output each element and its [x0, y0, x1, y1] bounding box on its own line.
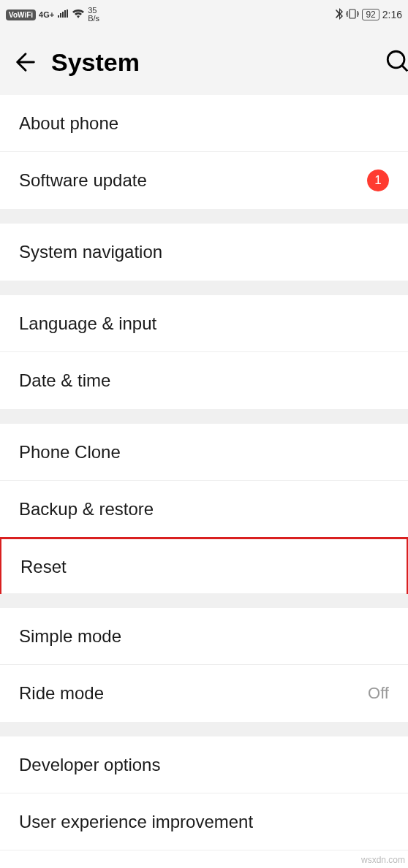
- row-label: Developer options: [19, 755, 160, 775]
- row-about-phone[interactable]: About phone: [0, 95, 408, 152]
- row-label: About phone: [19, 113, 118, 134]
- settings-group: About phoneSoftware update1: [0, 95, 408, 209]
- row-software-update[interactable]: Software update1: [0, 152, 408, 209]
- section-gap: [0, 722, 408, 736]
- arrow-left-icon: [13, 50, 38, 75]
- row-label: Ride mode: [19, 683, 104, 704]
- svg-rect-0: [350, 9, 355, 18]
- row-system-navigation[interactable]: System navigation: [0, 224, 408, 281]
- row-ride-mode[interactable]: Ride modeOff: [0, 665, 408, 722]
- settings-group: Phone CloneBackup & restoreReset: [0, 424, 408, 594]
- app-header: System: [0, 29, 408, 95]
- row-reset[interactable]: Reset: [0, 537, 408, 594]
- row-label: Backup & restore: [19, 499, 154, 519]
- row-label: User experience improvement: [19, 812, 253, 832]
- row-phone-clone[interactable]: Phone Clone: [0, 424, 408, 481]
- battery-indicator: 92: [362, 9, 379, 20]
- settings-group: Language & inputDate & time: [0, 295, 408, 409]
- vowifi-badge: VoWiFi: [6, 9, 36, 20]
- row-label: Language & input: [19, 313, 156, 334]
- settings-list: About phoneSoftware update1System naviga…: [0, 95, 408, 868]
- section-gap: [0, 593, 408, 608]
- row-date-time[interactable]: Date & time: [0, 352, 408, 409]
- settings-group: Developer optionsUser experience improve…: [0, 736, 408, 868]
- bluetooth-icon: [336, 8, 343, 22]
- row-label: Reset: [20, 557, 67, 577]
- svg-point-1: [388, 51, 404, 68]
- search-icon: [385, 48, 408, 73]
- clock: 2:16: [382, 9, 402, 20]
- row-label: Software update: [19, 170, 147, 191]
- row-certification-logos[interactable]: Certification logos: [0, 850, 408, 868]
- section-gap: [0, 281, 408, 295]
- row-simple-mode[interactable]: Simple mode: [0, 608, 408, 665]
- row-backup-restore[interactable]: Backup & restore: [0, 481, 408, 538]
- back-button[interactable]: [7, 44, 44, 80]
- row-label: Date & time: [19, 370, 110, 391]
- page-title: System: [51, 48, 140, 77]
- watermark: wsxdn.com: [361, 855, 405, 865]
- row-label: Simple mode: [19, 626, 121, 647]
- speed-unit: B/s: [88, 15, 99, 23]
- settings-group: Simple modeRide modeOff: [0, 608, 408, 722]
- status-left: VoWiFi 4G+ 35 B/s: [6, 7, 99, 23]
- search-button[interactable]: [385, 48, 408, 76]
- row-label: Phone Clone: [19, 442, 121, 462]
- vibrate-icon: [346, 9, 359, 21]
- row-label: System navigation: [19, 242, 162, 262]
- wifi-icon: [72, 9, 85, 20]
- status-bar: VoWiFi 4G+ 35 B/s 92 2:16: [0, 0, 408, 29]
- section-gap: [0, 209, 408, 224]
- row-value: Off: [368, 684, 389, 703]
- settings-group: System navigation: [0, 224, 408, 281]
- row-developer-options[interactable]: Developer options: [0, 736, 408, 793]
- section-gap: [0, 409, 408, 424]
- status-right: 92 2:16: [336, 8, 402, 22]
- row-language-input[interactable]: Language & input: [0, 295, 408, 352]
- notification-badge: 1: [367, 170, 389, 191]
- network-indicator: 4G+: [39, 10, 54, 19]
- speed-indicator: 35 B/s: [88, 7, 99, 23]
- signal-icon: [57, 9, 69, 20]
- row-user-experience[interactable]: User experience improvement: [0, 793, 408, 850]
